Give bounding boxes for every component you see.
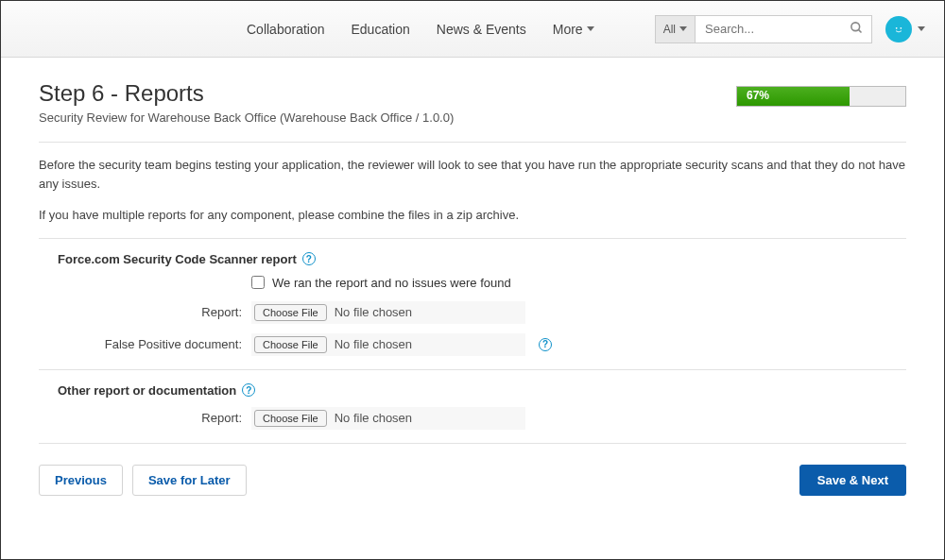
svg-point-3 (896, 26, 898, 28)
report-file-input[interactable]: Choose File No file chosen (251, 301, 525, 324)
other-report-label: Report: (39, 411, 251, 425)
choose-file-button[interactable]: Choose File (254, 410, 327, 427)
false-positive-label: False Positive document: (39, 337, 251, 351)
progress-bar: 67% (736, 86, 906, 107)
search-box: All (655, 15, 872, 43)
search-filter-dropdown[interactable]: All (656, 16, 696, 42)
section-title-scanner-label: Force.com Security Code Scanner report (58, 252, 297, 266)
nav-link-education[interactable]: Education (352, 22, 410, 37)
chevron-down-icon (918, 26, 925, 31)
help-icon[interactable]: ? (539, 338, 552, 351)
chevron-down-icon (587, 26, 594, 31)
file-status: No file chosen (335, 337, 412, 351)
choose-file-button[interactable]: Choose File (254, 336, 327, 353)
svg-point-4 (900, 26, 902, 28)
intro-paragraph-2: If you have multiple reports for any com… (39, 206, 906, 225)
section-title-other-label: Other report or documentation (58, 383, 236, 398)
nav-link-more[interactable]: More (553, 22, 594, 37)
save-for-later-button[interactable]: Save for Later (132, 465, 247, 496)
search-input[interactable] (696, 16, 842, 42)
search-icon[interactable] (842, 21, 871, 38)
help-icon[interactable]: ? (302, 252, 316, 265)
save-next-button[interactable]: Save & Next (799, 465, 906, 496)
false-positive-file-input[interactable]: Choose File No file chosen (251, 333, 525, 356)
no-issues-checkbox[interactable] (251, 276, 265, 289)
svg-point-2 (893, 24, 904, 35)
page-header: Step 6 - Reports Security Review for War… (39, 80, 454, 125)
top-nav: Collaboration Education News & Events Mo… (1, 1, 944, 58)
chevron-down-icon (679, 26, 687, 31)
nav-link-more-label: More (553, 22, 583, 37)
progress-label: 67% (747, 89, 769, 102)
no-issues-checkbox-label: We ran the report and no issues were fou… (272, 276, 511, 290)
help-icon[interactable]: ? (242, 383, 255, 397)
intro-paragraph-1: Before the security team begins testing … (39, 156, 906, 193)
section-title-other: Other report or documentation ? (58, 383, 906, 398)
previous-button[interactable]: Previous (39, 465, 123, 496)
file-status: No file chosen (335, 411, 412, 425)
nav-link-news-events[interactable]: News & Events (437, 22, 526, 37)
user-menu[interactable] (885, 16, 925, 42)
avatar-icon (885, 16, 912, 42)
section-title-scanner: Force.com Security Code Scanner report ? (58, 252, 906, 266)
svg-point-0 (851, 22, 860, 30)
file-status: No file chosen (335, 305, 412, 319)
nav-links: Collaboration Education News & Events Mo… (247, 22, 594, 37)
other-report-file-input[interactable]: Choose File No file chosen (251, 407, 525, 430)
choose-file-button[interactable]: Choose File (254, 304, 327, 321)
report-label: Report: (39, 305, 251, 319)
search-filter-label: All (663, 23, 676, 36)
page-title: Step 6 - Reports (39, 80, 454, 107)
nav-link-collaboration[interactable]: Collaboration (247, 22, 325, 37)
page-subtitle: Security Review for Warehouse Back Offic… (39, 110, 454, 125)
footer-actions: Previous Save for Later Save & Next (39, 465, 906, 496)
svg-line-1 (858, 29, 861, 32)
